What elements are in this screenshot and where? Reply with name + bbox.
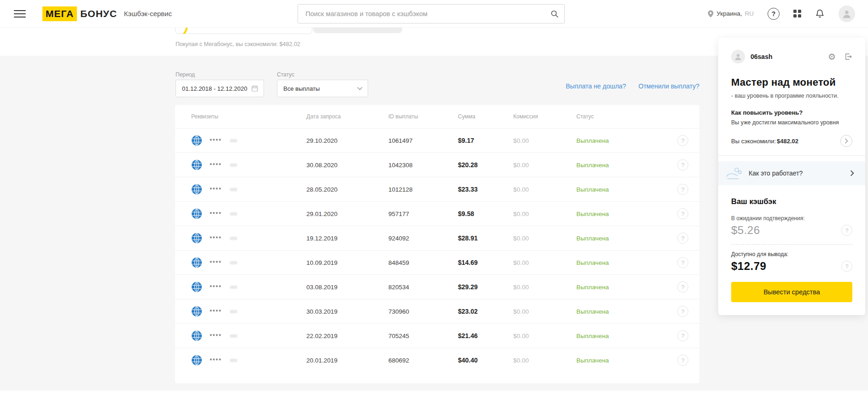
table-row: **** 28.05.2020 1012128 $23.33 $0.00 Вып…	[175, 177, 699, 201]
row-help-button[interactable]: ?	[677, 330, 688, 341]
loyalty-level-title: Мастер над монетой	[731, 76, 852, 88]
webmoney-icon	[191, 257, 202, 268]
payout-fee: $0.00	[513, 137, 576, 144]
row-help-button[interactable]: ?	[677, 184, 688, 195]
header-avatar[interactable]	[839, 6, 855, 22]
requisites-cell: ****	[191, 355, 306, 366]
table-row: **** 03.08.2019 820534 $29.29 $0.00 Выпл…	[175, 275, 699, 299]
row-help-button[interactable]: ?	[677, 281, 688, 292]
question-mark-icon: ?	[845, 227, 848, 234]
requisites-masked: ****	[210, 308, 222, 315]
table-row: **** 19.12.2019 924092 $28.91 $0.00 Выпл…	[175, 226, 699, 250]
requisites-redacted	[230, 261, 237, 264]
payout-fee: $0.00	[513, 308, 576, 315]
payout-status: Выплачена	[576, 235, 661, 242]
payout-status: Выплачена	[576, 357, 661, 364]
withdraw-button[interactable]: Вывести средства	[731, 282, 852, 302]
question-mark-icon: ?	[681, 210, 684, 217]
request-date: 22.02.2019	[306, 333, 388, 339]
settings-gear-icon[interactable]: ⚙	[828, 53, 836, 61]
dotted-divider	[731, 244, 852, 245]
profile-avatar[interactable]	[731, 50, 745, 64]
how-it-works-link[interactable]: Как это работает?	[718, 161, 865, 185]
savings-note: Покупая с Мегабонус, вы сэкономили: $482…	[176, 41, 300, 47]
savings-details-button[interactable]	[840, 135, 852, 147]
logo[interactable]: МЕГА БОНУС Кэшбэк-сервис	[42, 6, 172, 21]
row-help-button[interactable]: ?	[677, 135, 688, 146]
top-header: МЕГА БОНУС Кэшбэк-сервис Украина, RU ?	[0, 0, 868, 28]
request-date: 29.01.2020	[306, 210, 388, 217]
status-select[interactable]: Все выплаты	[277, 80, 368, 97]
payout-id: 820534	[388, 284, 458, 291]
payout-amount: $28.91	[458, 234, 513, 242]
payout-amount: $14.69	[458, 259, 513, 266]
table-row: **** 30.08.2020 1042308 $20.28 $0.00 Вып…	[175, 152, 699, 177]
status-value: Все выплаты	[283, 85, 320, 92]
header-payout-id: ID выплаты	[388, 113, 458, 120]
logo-mega: МЕГА	[42, 6, 77, 21]
help-button[interactable]: ?	[768, 8, 780, 20]
available-label: Доступно для вывода:	[731, 251, 852, 257]
location-pin-icon	[708, 10, 714, 18]
row-help-button[interactable]: ?	[677, 233, 688, 244]
requisites-cell: ****	[191, 233, 306, 244]
webmoney-icon	[191, 159, 202, 170]
link-payout-cancelled[interactable]: Отменили выплату?	[639, 82, 699, 90]
link-payout-not-received[interactable]: Выплата не дошла?	[566, 82, 626, 90]
payout-status: Выплачена	[576, 333, 661, 339]
header-fee: Комиссия	[513, 113, 576, 120]
row-help-button[interactable]: ?	[677, 208, 688, 219]
header-actions: Украина, RU ?	[708, 6, 855, 22]
requisites-cell: ****	[191, 208, 306, 219]
question-mark-icon: ?	[681, 357, 684, 364]
coins-hand-icon	[725, 166, 744, 180]
requisites-redacted	[230, 164, 237, 167]
cashback-title: Ваш кэшбэк	[731, 197, 852, 206]
row-help-button[interactable]: ?	[677, 306, 688, 317]
row-help-button[interactable]: ?	[677, 257, 688, 268]
chevron-right-icon	[850, 170, 854, 176]
saved-value: $482.02	[777, 138, 798, 145]
payout-fee: $0.00	[513, 284, 576, 291]
period-input[interactable]: 01.12.2018 - 12.12.2020	[176, 80, 264, 97]
menu-button[interactable]	[14, 10, 26, 18]
region-selector[interactable]: Украина, RU	[708, 10, 754, 18]
period-value: 01.12.2018 - 12.12.2020	[182, 85, 247, 92]
table-row: **** 29.10.2020 1061497 $9.17 $0.00 Выпл…	[175, 128, 699, 152]
payout-fee: $0.00	[513, 210, 576, 217]
requisites-redacted	[230, 212, 237, 216]
header-amount: Сумма	[458, 113, 513, 120]
search-input[interactable]	[298, 4, 565, 23]
available-help-button[interactable]: ?	[841, 261, 852, 272]
payout-status: Выплачена	[576, 308, 661, 315]
row-help-button[interactable]: ?	[677, 355, 688, 366]
search-icon[interactable]	[550, 10, 559, 18]
table-row: **** 20.01.2019 680692 $40.40 $0.00 Выпл…	[175, 348, 699, 372]
requisites-redacted	[230, 334, 237, 338]
requisites-redacted	[230, 286, 237, 289]
payout-fee: $0.00	[513, 333, 576, 339]
request-date: 30.08.2020	[306, 162, 388, 169]
pending-row: $5.26 ?	[731, 224, 852, 237]
pending-help-button[interactable]: ?	[841, 225, 852, 236]
payout-status: Выплачена	[576, 162, 661, 169]
payout-amount: $21.46	[458, 332, 513, 339]
payout-fee: $0.00	[513, 186, 576, 193]
requisites-masked: ****	[210, 210, 222, 217]
username: 06sash	[751, 53, 822, 60]
payout-id: 1042308	[388, 162, 458, 169]
apps-grid-button[interactable]	[793, 10, 801, 18]
table-header-row: Реквизиты Дата запроса ID выплаты Сумма …	[175, 105, 699, 128]
requisites-cell: ****	[191, 135, 306, 146]
header-requisites: Реквизиты	[191, 113, 306, 120]
row-help-button[interactable]: ?	[677, 159, 688, 170]
search-box	[298, 4, 565, 23]
question-mark-icon: ?	[845, 263, 848, 270]
table-body: **** 29.10.2020 1061497 $9.17 $0.00 Выпл…	[175, 128, 699, 372]
logo-tagline: Кэшбэк-сервис	[124, 10, 172, 18]
payout-status: Выплачена	[576, 137, 661, 144]
notifications-button[interactable]	[815, 9, 825, 18]
logout-icon[interactable]	[844, 53, 852, 61]
requisites-redacted	[230, 237, 237, 240]
user-icon	[734, 53, 742, 61]
